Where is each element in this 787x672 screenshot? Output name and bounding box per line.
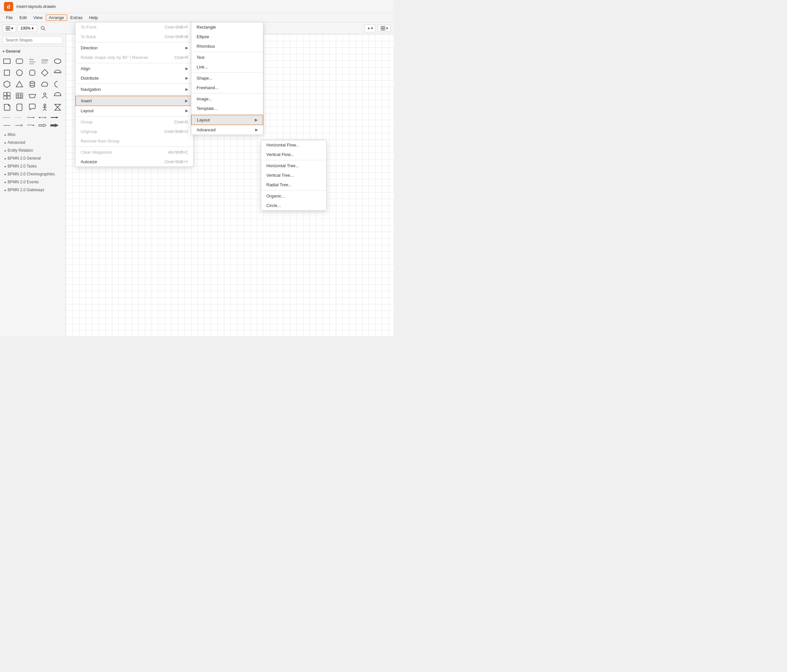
shape-hourglass[interactable] bbox=[52, 102, 63, 113]
shape-square[interactable] bbox=[1, 67, 13, 78]
menu-insert[interactable]: Insert ▶ bbox=[76, 96, 193, 106]
menu-direction[interactable]: Direction ▶ bbox=[76, 43, 193, 53]
zoom-fit-btn[interactable] bbox=[38, 24, 48, 33]
menu-ungroup[interactable]: Ungroup Cmd+Shift+U bbox=[76, 127, 193, 136]
svg-marker-47 bbox=[33, 117, 35, 118]
insert-advanced[interactable]: Advanced ▶ bbox=[191, 125, 263, 135]
layout-options-submenu[interactable]: Horizontal Flow... Vertical Flow... Hori… bbox=[261, 140, 327, 211]
menu-rotate[interactable]: Rotate shape only by 90° / Reverse Cmd+R bbox=[76, 53, 193, 62]
insert-text[interactable]: Text bbox=[191, 53, 263, 62]
menu-remove-from-group[interactable]: Remove from Group bbox=[76, 136, 193, 146]
menu-help[interactable]: Help bbox=[85, 14, 101, 21]
shape-rounded-rect[interactable] bbox=[14, 55, 25, 67]
shape-double-arrow[interactable] bbox=[37, 114, 48, 121]
shape-doc[interactable] bbox=[14, 102, 25, 113]
insert-shape[interactable]: Shape... bbox=[191, 73, 263, 83]
insert-rhombus[interactable]: Rhombus bbox=[191, 41, 263, 51]
svg-marker-50 bbox=[45, 117, 46, 118]
shape-text[interactable]: Text bbox=[27, 55, 38, 67]
shape-cloud[interactable] bbox=[39, 79, 51, 90]
menu-navigation[interactable]: Navigation ▶ bbox=[76, 85, 193, 94]
zoom-control[interactable]: 100% ▾ bbox=[17, 25, 37, 32]
shape-half-circle[interactable] bbox=[52, 90, 63, 101]
insert-freehand[interactable]: Freehand... bbox=[191, 83, 263, 93]
menu-to-front[interactable]: To Front Cmd+Shift+F bbox=[76, 22, 193, 32]
menu-to-back[interactable]: To Back Cmd+Shift+B bbox=[76, 32, 193, 41]
layout-horizontal-tree[interactable]: Horizontal Tree... bbox=[261, 161, 326, 170]
shape-solid-line[interactable] bbox=[1, 122, 13, 129]
svg-rect-27 bbox=[7, 93, 10, 95]
shape-ellipse[interactable] bbox=[52, 55, 63, 67]
insert-image[interactable]: Image... bbox=[191, 94, 263, 104]
separator-6 bbox=[76, 147, 193, 147]
menu-edit[interactable]: Edit bbox=[16, 14, 30, 21]
layout-circle[interactable]: Circle... bbox=[261, 201, 326, 210]
shape-heading[interactable]: Heading bbox=[39, 55, 51, 67]
arrange-menu[interactable]: To Front Cmd+Shift+F To Back Cmd+Shift+B… bbox=[75, 22, 194, 167]
title-bar: d insert-layouts.drawio bbox=[0, 0, 394, 13]
shape-hexagon[interactable] bbox=[1, 79, 13, 90]
shape-note[interactable] bbox=[1, 102, 13, 113]
grid-view-btn[interactable]: ▾ bbox=[378, 25, 391, 32]
menu-layout[interactable]: Layout ▶ bbox=[76, 106, 193, 115]
shape-line[interactable] bbox=[1, 114, 13, 121]
sidebar-item-bpmn-gateways[interactable]: BPMN 2.0 Gateways bbox=[0, 186, 66, 194]
menu-arrange[interactable]: Arrange bbox=[46, 14, 67, 21]
shape-actor[interactable] bbox=[39, 102, 51, 113]
shape-dashed-line[interactable] bbox=[13, 114, 24, 121]
svg-rect-17 bbox=[30, 70, 35, 75]
shape-rectangle[interactable] bbox=[1, 55, 13, 67]
sidebar-item-entity-relation[interactable]: Entity Relation bbox=[0, 147, 66, 155]
sidebar-item-misc[interactable]: Misc bbox=[0, 131, 66, 139]
menu-view[interactable]: View bbox=[30, 14, 46, 21]
insert-rectangle[interactable]: Rectangle bbox=[191, 22, 263, 32]
layout-toggle-btn[interactable]: ▾ bbox=[3, 24, 16, 32]
svg-point-6 bbox=[41, 26, 44, 29]
add-btn[interactable]: + ▾ bbox=[365, 24, 376, 32]
sidebar-item-bpmn-tasks[interactable]: BPMN 2.0 Tasks bbox=[0, 162, 66, 170]
layout-radial-tree[interactable]: Radial Tree... bbox=[261, 180, 326, 189]
shape-trapezoid[interactable] bbox=[27, 90, 38, 101]
sidebar-item-bpmn-choreographies[interactable]: BPMN 2.0 Choreographies bbox=[0, 170, 66, 178]
layout-toggle-chevron: ▾ bbox=[11, 26, 13, 31]
shape-arrow-right2[interactable] bbox=[13, 122, 24, 129]
sidebar-general-header[interactable]: General bbox=[0, 48, 66, 55]
sidebar-item-bpmn-general[interactable]: BPMN 2.0 General bbox=[0, 155, 66, 162]
menu-extras[interactable]: Extras bbox=[67, 14, 86, 21]
shape-block-arrow[interactable] bbox=[49, 122, 60, 129]
svg-marker-43 bbox=[55, 104, 61, 110]
shape-chat-bubble[interactable] bbox=[27, 102, 38, 113]
shape-arrow-right[interactable] bbox=[25, 114, 36, 121]
shape-diamond[interactable] bbox=[39, 67, 51, 78]
insert-link[interactable]: Link... bbox=[191, 62, 263, 72]
menu-file[interactable]: File bbox=[3, 14, 16, 21]
sidebar-item-advanced[interactable]: Advanced bbox=[0, 139, 66, 147]
menu-group[interactable]: Group Cmd+G bbox=[76, 117, 193, 127]
shape-thick-arrow[interactable] bbox=[49, 114, 60, 121]
sidebar-item-bpmn-events[interactable]: BPMN 2.0 Events bbox=[0, 178, 66, 186]
insert-ellipse[interactable]: Ellipse bbox=[191, 32, 263, 41]
shape-grid[interactable] bbox=[1, 90, 13, 101]
shape-curved-arrow[interactable] bbox=[25, 122, 36, 129]
shape-circle[interactable] bbox=[14, 67, 25, 78]
insert-template[interactable]: Template... bbox=[191, 104, 263, 113]
insert-submenu[interactable]: Rectangle Ellipse Rhombus Text Link... S… bbox=[191, 22, 264, 135]
shape-triangle[interactable] bbox=[14, 79, 25, 90]
layout-vertical-flow[interactable]: Vertical Flow... bbox=[261, 150, 326, 159]
search-input[interactable] bbox=[3, 36, 63, 44]
shape-half-moon[interactable] bbox=[52, 79, 63, 90]
menu-autosize[interactable]: Autosize Cmd+Shift+Y bbox=[76, 157, 193, 167]
layout-horizontal-flow[interactable]: Horizontal Flow... bbox=[261, 140, 326, 150]
insert-layout[interactable]: Layout ▶ bbox=[191, 115, 263, 125]
menu-clear-waypoints[interactable]: Clear Waypoints Alt+Shift+C bbox=[76, 147, 193, 157]
shape-cylinder[interactable] bbox=[27, 79, 38, 90]
shape-table[interactable] bbox=[14, 90, 25, 101]
shape-rounded-square[interactable] bbox=[27, 67, 38, 78]
layout-vertical-tree[interactable]: Vertical Tree... bbox=[261, 170, 326, 180]
shape-half-ellipse[interactable] bbox=[52, 67, 63, 78]
layout-organic[interactable]: Organic... bbox=[261, 191, 326, 201]
menu-align[interactable]: Align ▶ bbox=[76, 64, 193, 73]
shape-big-arrow[interactable] bbox=[37, 122, 48, 129]
menu-distribute[interactable]: Distribute ▶ bbox=[76, 73, 193, 83]
shape-person[interactable] bbox=[39, 90, 51, 101]
